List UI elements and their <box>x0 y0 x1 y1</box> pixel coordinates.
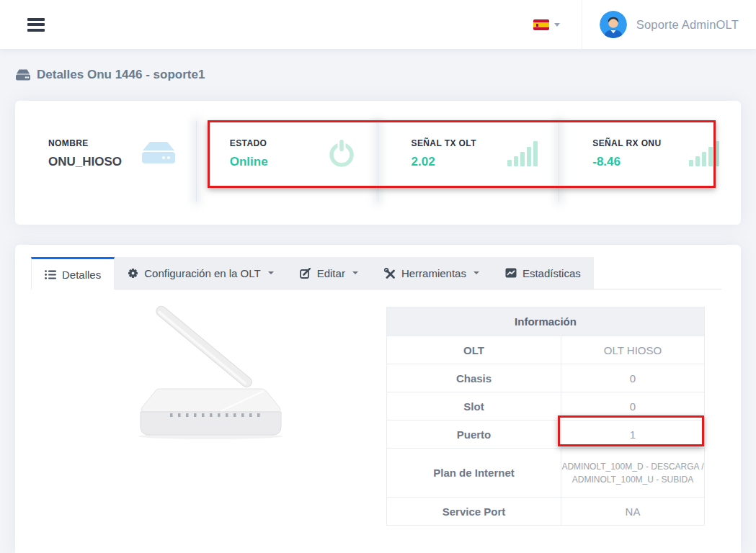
stat-nombre: NOMBRE ONU_HIOSO <box>15 101 197 225</box>
signal-bars-icon <box>507 140 538 166</box>
tab-detalles[interactable]: Detalles <box>31 257 115 289</box>
table-row-service-port: Service Port NA <box>387 498 705 526</box>
row-label: Service Port <box>387 498 561 526</box>
row-value: ADMINOLT_100M_D - DESCARGA / ADMINOLT_10… <box>561 449 705 498</box>
row-label: Slot <box>387 392 561 421</box>
page-title-text: Detalles Onu 1446 - soporte1 <box>37 68 205 82</box>
tab-label: Configuración en la OLT <box>144 267 260 279</box>
stat-senal-rx-onu: SEÑAL RX ONU -8.46 <box>559 101 741 225</box>
tab-editar[interactable]: Editar <box>287 257 371 289</box>
chevron-down-icon <box>268 271 274 274</box>
top-navbar: Soporte AdminOLT <box>0 0 756 49</box>
row-value: NA <box>561 498 705 526</box>
table-header: Información <box>387 307 705 336</box>
chevron-down-icon <box>352 271 358 274</box>
onu-device-image <box>112 304 293 441</box>
signal-bars-icon <box>689 140 719 166</box>
navbar-right: Soporte AdminOLT <box>533 0 756 49</box>
tab-label: Editar <box>317 267 345 279</box>
row-value: 0 <box>561 364 705 392</box>
tab-estadisticas[interactable]: Estadísticas <box>492 257 594 289</box>
row-value: OLT HIOSO <box>561 336 705 364</box>
inactive-tabs-strip: Configuración en la OLT Editar <box>115 257 594 289</box>
tab-label: Detalles <box>62 269 101 281</box>
informacion-table: Información OLT OLT HIOSO Chasis 0 Slot … <box>386 307 705 526</box>
stat-value: ONU_HIOSO <box>48 155 122 169</box>
page-title: Detalles Onu 1446 - soporte1 <box>16 68 205 82</box>
chevron-down-icon <box>554 23 560 27</box>
tab-configuracion-olt[interactable]: Configuración en la OLT <box>115 257 286 289</box>
router-icon <box>142 140 175 166</box>
stat-label: SEÑAL TX OLT <box>412 138 476 148</box>
row-label: Plan de Internet <box>387 449 561 498</box>
hamburger-bar <box>27 18 45 21</box>
tab-label: Estadísticas <box>522 267 581 279</box>
row-label: OLT <box>387 336 561 364</box>
hamburger-menu-icon[interactable] <box>27 15 45 34</box>
avatar <box>600 11 627 38</box>
row-label: Puerto <box>387 421 561 449</box>
list-icon <box>45 270 56 279</box>
onu-summary-card: NOMBRE ONU_HIOSO ESTADO Online <box>15 101 741 225</box>
puerto-value: 1 <box>561 421 705 449</box>
hamburger-bar <box>27 23 45 26</box>
row-label: Chasis <box>387 364 561 392</box>
gear-icon <box>128 268 138 279</box>
table-row-slot: Slot 0 <box>387 392 705 421</box>
language-selector[interactable] <box>533 19 560 30</box>
stat-senal-tx-olt: SEÑAL TX OLT 2.02 <box>378 101 560 225</box>
table-row-puerto: Puerto 1 <box>387 421 705 449</box>
onu-device-icon <box>16 69 30 81</box>
stat-label: ESTADO <box>230 138 268 148</box>
tools-icon <box>384 268 396 279</box>
tx-signal-value: 2.02 <box>412 155 476 169</box>
table-row-chasis: Chasis 0 <box>387 364 705 392</box>
hamburger-bar <box>27 29 45 32</box>
stat-estado: ESTADO Online <box>197 101 378 225</box>
onu-details-page: Soporte AdminOLT Detalles Onu 1446 - sop… <box>0 0 756 553</box>
tab-bar: Detalles Configuración en la O <box>31 257 594 289</box>
chart-icon <box>505 268 517 278</box>
rx-signal-value: -8.46 <box>592 155 661 169</box>
row-value: 0 <box>561 392 705 421</box>
chevron-down-icon <box>473 271 479 274</box>
details-panel-card: Detalles Configuración en la O <box>15 245 741 553</box>
table-row-olt: OLT OLT HIOSO <box>387 336 705 364</box>
user-menu[interactable]: Soporte AdminOLT <box>582 0 756 49</box>
tab-label: Herramientas <box>401 267 466 279</box>
stat-label: NOMBRE <box>48 138 122 148</box>
power-icon <box>326 138 357 169</box>
tab-herramientas[interactable]: Herramientas <box>371 257 492 289</box>
edit-icon <box>300 268 311 279</box>
table-row-plan-internet: Plan de Internet ADMINOLT_100M_D - DESCA… <box>387 449 705 498</box>
plan-value-text: ADMINOLT_100M_D - DESCARGA / ADMINOLT_10… <box>561 460 704 486</box>
stat-label: SEÑAL RX ONU <box>592 138 661 148</box>
online-status-value: Online <box>230 155 268 169</box>
user-name: Soporte AdminOLT <box>636 18 739 32</box>
spain-flag-icon <box>533 19 549 30</box>
